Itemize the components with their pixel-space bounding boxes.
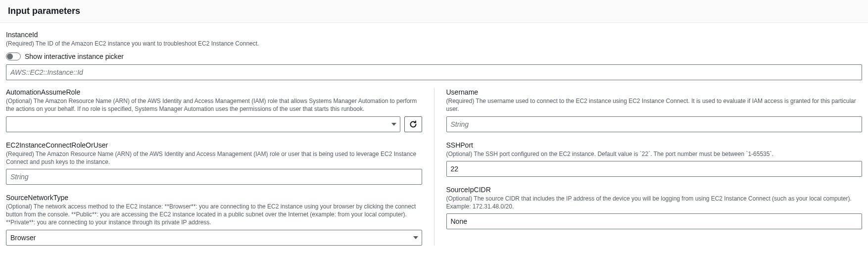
field-source-ip-cidr: SourceIpCIDR (Optional) The source CIDR … [446,186,863,229]
ssh-port-input[interactable] [446,161,863,177]
source-ip-cidr-label: SourceIpCIDR [446,186,863,194]
section-title: Input parameters [8,6,860,16]
username-label: Username [446,88,863,96]
refresh-button[interactable] [404,116,422,132]
columns: AutomationAssumeRole (Optional) The Amaz… [6,88,862,245]
field-instance-id: InstanceId (Required) The ID of the Amaz… [6,31,862,80]
source-network-type-desc: (Optional) The network access method to … [6,203,422,227]
ec2-connect-role-input[interactable] [6,169,422,185]
instance-id-input[interactable] [6,64,862,80]
field-automation-assume-role: AutomationAssumeRole (Optional) The Amaz… [6,88,422,132]
source-network-type-select-wrap: Browser [6,230,422,246]
ec2-connect-role-desc: (Required) The Amazon Resource Name (ARN… [6,150,422,166]
instance-picker-toggle-row: Show interactive instance picker [6,52,862,60]
username-input[interactable] [446,116,863,132]
instance-id-label: InstanceId [6,31,862,39]
instance-id-desc: (Required) The ID of the Amazon EC2 inst… [6,40,862,48]
source-ip-cidr-input[interactable] [446,213,863,229]
field-ec2-connect-role: EC2InstanceConnectRoleOrUser (Required) … [6,141,422,185]
field-ssh-port: SSHPort (Optional) The SSH port configur… [446,141,863,177]
automation-assume-role-label: AutomationAssumeRole [6,88,422,96]
section-header: Input parameters [0,0,868,23]
source-ip-cidr-desc: (Optional) The source CIDR that includes… [446,195,863,210]
right-column: Username (Required) The username used to… [434,88,863,245]
form-content: InstanceId (Required) The ID of the Amaz… [0,23,868,256]
left-column: AutomationAssumeRole (Optional) The Amaz… [6,88,434,245]
ssh-port-label: SSHPort [446,141,863,149]
ec2-connect-role-label: EC2InstanceConnectRoleOrUser [6,141,422,149]
username-desc: (Required) The username used to connect … [446,97,863,113]
field-username: Username (Required) The username used to… [446,88,863,132]
instance-picker-toggle-label: Show interactive instance picker [25,52,124,60]
automation-assume-role-select-wrap [6,116,400,132]
automation-assume-role-select[interactable] [6,116,400,132]
source-network-type-label: SourceNetworkType [6,194,422,202]
source-network-type-select[interactable]: Browser [6,230,422,246]
ssh-port-desc: (Optional) The SSH port configured on th… [446,150,863,158]
refresh-icon [409,120,417,128]
instance-picker-toggle[interactable] [6,52,21,60]
automation-assume-role-row [6,116,422,132]
field-source-network-type: SourceNetworkType (Optional) The network… [6,194,422,246]
automation-assume-role-desc: (Optional) The Amazon Resource Name (ARN… [6,97,422,113]
